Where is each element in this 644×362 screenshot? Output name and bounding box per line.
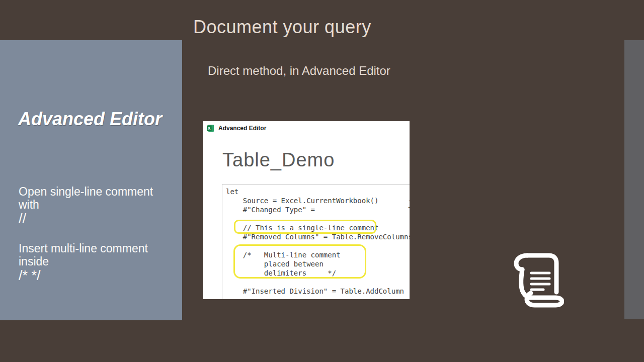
code-line: Source = Excel.CurrentWorkbook() {	[226, 196, 410, 205]
slide-subtitle: Direct method, in Advanced Editor	[208, 64, 390, 78]
single-line-comment-highlight	[234, 220, 376, 234]
sidebar-heading: Advanced Editor	[18, 109, 162, 130]
svg-text:X: X	[208, 126, 211, 131]
code-line: #"Inserted Division" = Table.AddColumn	[226, 287, 410, 296]
note-text: Open single-line comment with	[19, 185, 170, 211]
multi-line-comment-highlight	[233, 244, 366, 279]
code-line: let	[226, 187, 410, 196]
query-name: Table_Demo	[222, 149, 335, 171]
code-editor-box: let Source = Excel.CurrentWorkbook() { #…	[222, 184, 410, 299]
code-line	[226, 278, 410, 287]
sidebar-note-single-line: Open single-line comment with //	[19, 185, 170, 226]
excel-logo-icon: X	[206, 124, 214, 132]
note-symbol: /* */	[19, 268, 170, 283]
right-accent-strip	[624, 40, 644, 319]
note-text: Insert multi-line comment inside	[19, 242, 170, 268]
editor-titlebar: X Advanced Editor	[203, 121, 410, 132]
code-line: #"Changed Type" = Table	[226, 205, 410, 214]
editor-titlebar-text: Advanced Editor	[218, 125, 266, 132]
sidebar-note-multi-line: Insert multi-line comment inside /* */	[19, 242, 170, 283]
scroll-icon	[505, 249, 564, 309]
sidebar-panel: Advanced Editor Open single-line comment…	[0, 40, 182, 320]
slide-title: Document your query	[193, 17, 371, 38]
note-symbol: //	[19, 211, 170, 226]
advanced-editor-screenshot: X Advanced Editor Table_Demo let Source …	[203, 121, 410, 299]
